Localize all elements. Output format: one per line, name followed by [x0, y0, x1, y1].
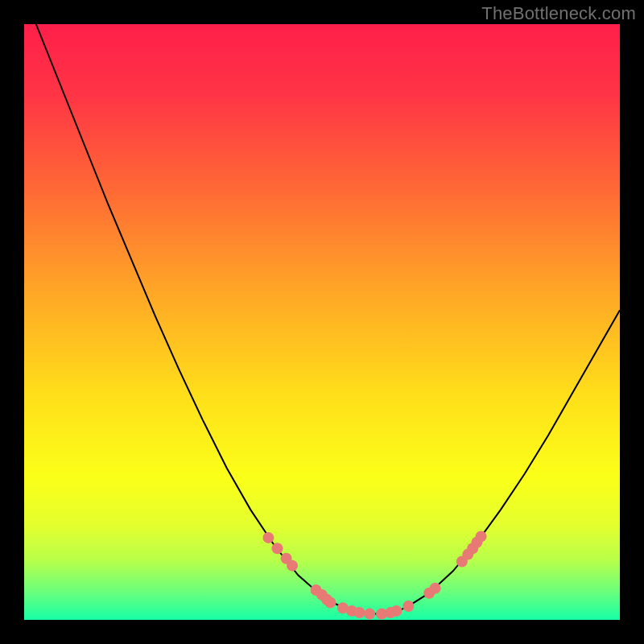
chart-frame: TheBottleneck.com	[0, 0, 644, 644]
curve-marker	[402, 601, 414, 612]
watermark-text: TheBottleneck.com	[481, 3, 636, 24]
curve-marker	[430, 583, 441, 594]
curve-marker	[324, 597, 336, 609]
curve-marker	[272, 543, 283, 554]
curve-marker	[287, 560, 298, 572]
bottleneck-plot	[24, 24, 620, 620]
curve-marker	[262, 532, 274, 543]
curve-marker	[476, 530, 487, 542]
curve-marker	[391, 605, 402, 617]
curve-marker	[354, 607, 365, 618]
curve-marker	[364, 609, 375, 620]
plot-background	[24, 24, 620, 620]
